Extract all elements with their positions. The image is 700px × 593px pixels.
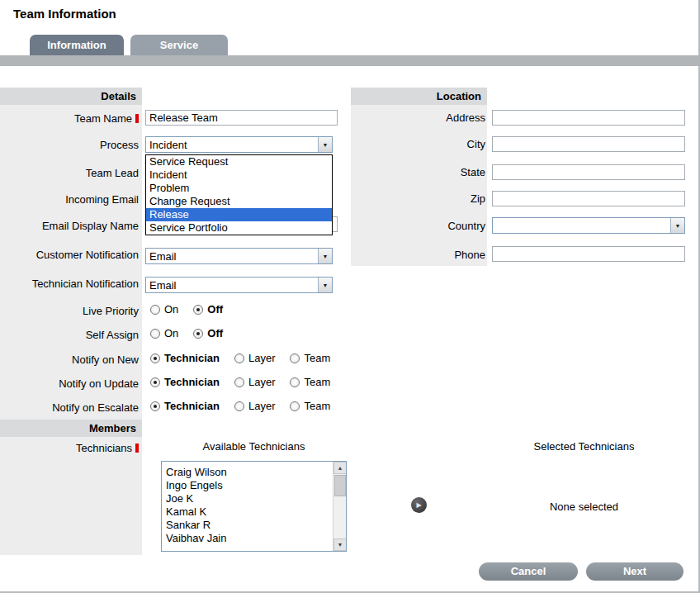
radio-icon[interactable] (150, 329, 160, 339)
play-icon: ▶ (416, 501, 421, 509)
scrollbar-thumb[interactable] (334, 475, 346, 496)
technician-notification-select[interactable]: Email ▼ (145, 277, 333, 293)
state-label: State (351, 166, 485, 179)
zip-label: Zip (351, 192, 485, 206)
tab-service[interactable]: Service (130, 35, 228, 55)
country-select[interactable]: ▼ (492, 217, 685, 234)
radio-selected-icon[interactable] (193, 305, 203, 315)
scroll-down-icon[interactable]: ▼ (333, 538, 347, 551)
process-option-change-request[interactable]: Change Request (146, 195, 332, 208)
notify-new-team-option[interactable]: Team (290, 353, 330, 364)
notify-on-escalate-label: Notify on Escalate (0, 401, 139, 415)
radio-selected-icon[interactable] (193, 329, 203, 339)
notify-update-layer-option[interactable]: Layer (234, 377, 276, 388)
state-input[interactable] (492, 164, 685, 180)
radio-selected-icon[interactable] (150, 377, 160, 387)
live-priority-on-option[interactable]: On (150, 304, 178, 315)
chevron-down-icon[interactable]: ▼ (318, 137, 332, 152)
chevron-down-icon[interactable]: ▼ (318, 249, 332, 263)
list-item[interactable]: Sankar R (162, 519, 332, 532)
self-assign-radio-group: On Off (150, 328, 238, 339)
process-option-service-request[interactable]: Service Request (146, 155, 332, 168)
location-section-header: Location (351, 88, 487, 105)
selected-technicians-header: Selected Technicians (491, 440, 677, 453)
notify-update-team-option[interactable]: Team (290, 377, 330, 388)
list-item[interactable]: Vaibhav Jain (162, 532, 332, 545)
list-item[interactable]: Craig Wilson (162, 466, 332, 479)
radio-selected-icon[interactable] (150, 401, 160, 411)
process-option-service-portfolio[interactable]: Service Portfolio (146, 221, 332, 235)
notify-on-new-label: Notify on New (0, 353, 139, 367)
address-label: Address (351, 111, 485, 125)
self-assign-label: Self Assign (0, 329, 139, 342)
incoming-email-label: Incoming Email (0, 193, 139, 206)
notify-escalate-layer-option[interactable]: Layer (234, 401, 276, 412)
list-item[interactable]: Kamal K (162, 505, 332, 519)
notify-escalate-team-option[interactable]: Team (290, 401, 330, 412)
zip-input[interactable] (492, 191, 685, 206)
next-button[interactable]: Next (586, 562, 683, 581)
details-section-header: Details (0, 88, 142, 105)
self-assign-on-option[interactable]: On (150, 328, 178, 339)
city-label: City (351, 138, 485, 151)
chevron-down-icon[interactable]: ▼ (670, 218, 684, 233)
radio-icon[interactable] (234, 401, 244, 411)
customer-notification-select[interactable]: Email ▼ (145, 248, 333, 264)
team-name-label: Team Name (0, 112, 139, 126)
available-technicians-list[interactable]: Craig Wilson Ingo Engels Joe K Kamal K S… (161, 461, 347, 552)
notify-on-update-radio-group: Technician Layer Team (150, 377, 345, 388)
customer-notification-label: Customer Notification (0, 249, 139, 262)
team-lead-label: Team Lead (0, 167, 139, 180)
notify-new-layer-option[interactable]: Layer (234, 353, 276, 364)
radio-icon[interactable] (234, 377, 244, 387)
live-priority-radio-group: On Off (150, 304, 238, 315)
technician-notification-label: Technician Notification (0, 278, 139, 291)
process-option-problem[interactable]: Problem (146, 182, 332, 195)
notify-update-technician-option[interactable]: Technician (150, 377, 220, 388)
city-input[interactable] (492, 136, 685, 152)
chevron-down-icon[interactable]: ▼ (318, 278, 332, 292)
address-input[interactable] (492, 110, 685, 126)
self-assign-off-option[interactable]: Off (193, 328, 223, 339)
move-right-button[interactable]: ▶ (411, 497, 427, 513)
radio-icon[interactable] (150, 305, 160, 315)
none-selected-text: None selected (491, 500, 677, 513)
list-scrollbar[interactable]: ▲ ▼ (333, 462, 346, 551)
customer-notification-value: Email (146, 250, 318, 263)
tab-information[interactable]: Information (30, 35, 124, 55)
country-label: Country (351, 220, 485, 233)
scroll-up-icon[interactable]: ▲ (333, 462, 347, 474)
available-technicians-header: Available Technicians (161, 440, 347, 453)
phone-input[interactable] (492, 246, 685, 262)
technicians-label: Technicians (0, 442, 139, 455)
list-item[interactable]: Joe K (162, 492, 332, 505)
notify-new-technician-option[interactable]: Technician (150, 353, 220, 364)
process-dropdown-list: Service Request Incident Problem Change … (145, 154, 333, 235)
members-section-header: Members (0, 420, 142, 437)
cancel-button[interactable]: Cancel (479, 562, 578, 581)
list-item[interactable]: Ingo Engels (162, 479, 332, 492)
process-select-value: Incident (146, 139, 318, 151)
process-option-incident[interactable]: Incident (146, 168, 332, 182)
details-label-column (0, 88, 142, 555)
radio-icon[interactable] (290, 377, 300, 387)
team-name-input[interactable] (145, 110, 338, 126)
page-title: Team Information (13, 7, 116, 21)
notify-escalate-technician-option[interactable]: Technician (150, 401, 220, 412)
team-information-page: Team Information Information Service Det… (0, 0, 700, 593)
notify-on-new-radio-group: Technician Layer Team (150, 353, 345, 364)
radio-icon[interactable] (234, 353, 244, 363)
notify-on-update-label: Notify on Update (0, 377, 139, 391)
process-option-release[interactable]: Release (146, 208, 332, 221)
radio-selected-icon[interactable] (150, 353, 160, 363)
radio-icon[interactable] (290, 401, 300, 411)
process-label: Process (0, 139, 139, 152)
technician-list-items: Craig Wilson Ingo Engels Joe K Kamal K S… (162, 466, 332, 545)
required-marker (135, 114, 139, 123)
process-select[interactable]: Incident ▼ (145, 136, 333, 153)
radio-icon[interactable] (290, 353, 300, 363)
email-display-name-label: Email Display Name (0, 220, 139, 233)
live-priority-label: Live Priority (0, 305, 139, 318)
live-priority-off-option[interactable]: Off (193, 304, 223, 315)
required-marker (135, 444, 139, 453)
